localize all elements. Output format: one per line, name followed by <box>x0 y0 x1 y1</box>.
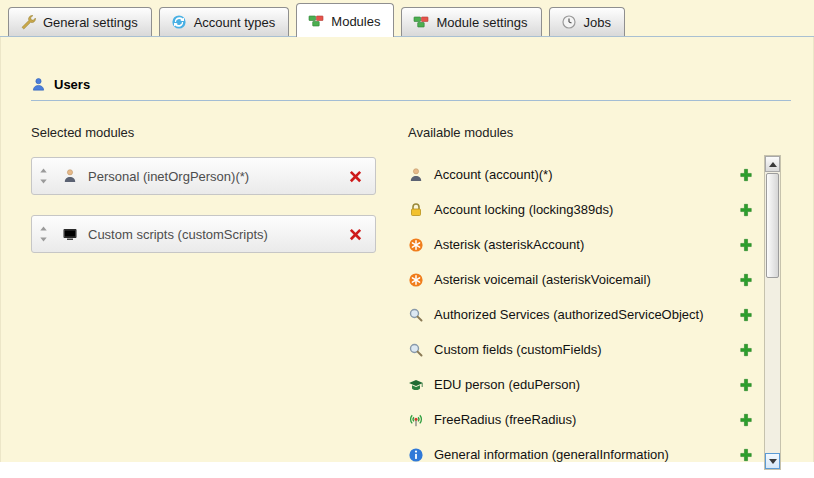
available-modules-heading: Available modules <box>408 125 753 141</box>
page-title: Users <box>54 77 90 92</box>
selected-modules-column: Selected modules Personal (inetOrgPerson… <box>31 125 408 472</box>
tab-jobs[interactable]: Jobs <box>549 7 625 36</box>
selected-module-label: Personal (inetOrgPerson)(*) <box>88 169 348 184</box>
tab-general-settings[interactable]: General settings <box>8 7 152 36</box>
available-module-row-freeradius: FreeRadius (freeRadius) <box>408 402 753 437</box>
person-icon <box>408 167 424 183</box>
delete-icon[interactable] <box>348 227 363 242</box>
arrow-up-icon <box>769 162 777 167</box>
add-icon[interactable] <box>739 238 753 252</box>
scroll-down-button[interactable] <box>765 453 780 469</box>
selected-module-row-custom-scripts[interactable]: Custom scripts (customScripts) <box>31 215 376 253</box>
available-module-label: General information (generalInformation) <box>434 447 669 462</box>
available-module-row-authorized-services: Authorized Services (authorizedServiceOb… <box>408 297 753 332</box>
available-module-row-general-information: General information (generalInformation) <box>408 437 753 472</box>
selected-module-row-personal[interactable]: Personal (inetOrgPerson)(*) <box>31 157 376 195</box>
delete-icon[interactable] <box>348 169 363 184</box>
available-module-row-asterisk: Asterisk (asteriskAccount) <box>408 227 753 262</box>
available-module-label: FreeRadius (freeRadius) <box>434 412 576 427</box>
add-icon[interactable] <box>739 203 753 217</box>
graduation-cap-icon <box>408 377 424 393</box>
selected-modules-heading: Selected modules <box>31 125 408 141</box>
available-module-row-account: Account (account)(*) <box>408 157 753 192</box>
add-icon[interactable] <box>739 308 753 322</box>
add-icon[interactable] <box>739 448 753 462</box>
add-icon[interactable] <box>739 413 753 427</box>
available-modules-column: Available modules Account (account)(*) A… <box>408 125 753 472</box>
add-icon[interactable] <box>739 168 753 182</box>
available-module-label: Asterisk (asteriskAccount) <box>434 237 584 252</box>
drag-handle-icon[interactable] <box>38 226 49 242</box>
drag-handle-icon[interactable] <box>38 168 49 184</box>
wrench-icon <box>20 14 36 30</box>
add-icon[interactable] <box>739 343 753 357</box>
arrow-down-icon <box>769 459 777 464</box>
magnifier-icon <box>408 307 424 323</box>
available-module-label: EDU person (eduPerson) <box>434 377 580 392</box>
scroll-up-button[interactable] <box>765 156 780 172</box>
scrollbar-thumb[interactable] <box>766 173 779 278</box>
available-module-label: Asterisk voicemail (asteriskVoicemail) <box>434 272 651 287</box>
available-module-label: Authorized Services (authorizedServiceOb… <box>434 307 704 322</box>
modules-bricks-icon <box>308 13 324 29</box>
available-module-row-account-locking: Account locking (locking389ds) <box>408 192 753 227</box>
available-module-row-custom-fields: Custom fields (customFields) <box>408 332 753 367</box>
asterisk-icon <box>408 237 424 253</box>
modules-config-page: General settings Account types Modules M… <box>0 0 814 478</box>
modules-tab-panel: Users Selected modules Personal (inetOrg… <box>0 37 814 462</box>
add-icon[interactable] <box>739 273 753 287</box>
info-icon <box>408 447 424 463</box>
section-header-users: Users <box>1 37 813 100</box>
terminal-icon <box>62 226 78 242</box>
tab-label: Account types <box>194 15 276 30</box>
clock-icon <box>561 14 577 30</box>
tab-account-types[interactable]: Account types <box>159 7 290 36</box>
user-icon <box>31 77 46 92</box>
module-columns: Selected modules Personal (inetOrgPerson… <box>1 101 813 472</box>
asterisk-icon <box>408 272 424 288</box>
tab-label: General settings <box>43 15 138 30</box>
tab-bar: General settings Account types Modules M… <box>0 0 814 37</box>
tab-label: Jobs <box>584 15 611 30</box>
available-module-row-edu-person: EDU person (eduPerson) <box>408 367 753 402</box>
available-modules-scrollbar[interactable] <box>764 155 781 470</box>
magnifier-icon <box>408 342 424 358</box>
selected-module-label: Custom scripts (customScripts) <box>88 227 348 242</box>
available-module-label: Account locking (locking389ds) <box>434 202 613 217</box>
tab-label: Module settings <box>436 15 527 30</box>
available-module-label: Custom fields (customFields) <box>434 342 602 357</box>
modules-bricks-icon <box>413 14 429 30</box>
person-icon <box>62 168 78 184</box>
sync-ball-icon <box>171 14 187 30</box>
tab-module-settings[interactable]: Module settings <box>401 7 541 36</box>
add-icon[interactable] <box>739 378 753 392</box>
available-module-label: Account (account)(*) <box>434 167 553 182</box>
tab-label: Modules <box>331 14 380 29</box>
tab-modules[interactable]: Modules <box>296 3 394 37</box>
antenna-icon <box>408 412 424 428</box>
available-module-row-asterisk-voicemail: Asterisk voicemail (asteriskVoicemail) <box>408 262 753 297</box>
lock-icon <box>408 202 424 218</box>
